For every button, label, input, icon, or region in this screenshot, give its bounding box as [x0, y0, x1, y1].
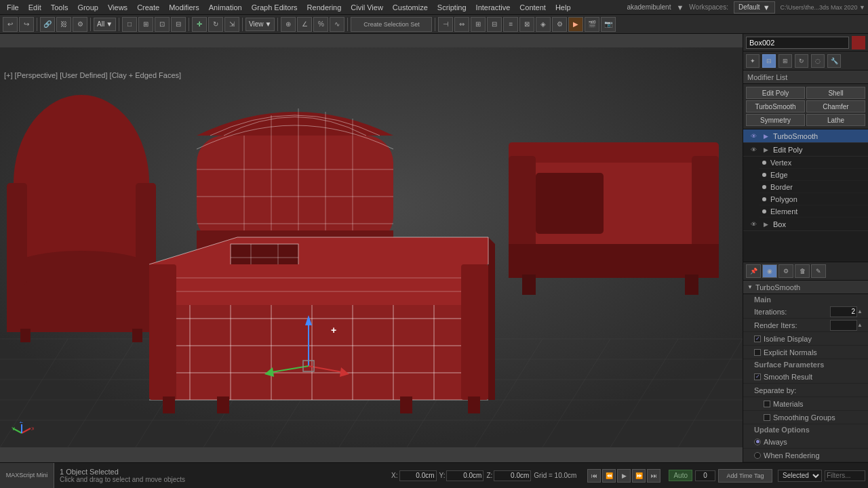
sub-border[interactable]: Border: [760, 181, 868, 193]
turbosmoothprop-header[interactable]: ▼ TurboSmooth: [743, 281, 868, 294]
highlight-btn[interactable]: ◉: [762, 264, 777, 278]
view-dropdown[interactable]: View ▼: [245, 18, 275, 31]
stack-item-box[interactable]: 👁 ▶ Box: [743, 218, 868, 231]
smooth-result-checkbox[interactable]: ✓: [754, 373, 761, 380]
shell-btn[interactable]: Shell: [806, 87, 865, 99]
modify-panel-btn[interactable]: ⊟: [762, 54, 776, 68]
align-btn[interactable]: ⊣: [438, 17, 453, 32]
when-rendering-radio-group[interactable]: When Rendering: [754, 451, 820, 460]
spinner-snap-btn[interactable]: ∿: [330, 17, 344, 32]
viewport[interactable]: [+] [Perspective] [User Defined] [Clay +…: [0, 34, 743, 462]
unlink-btn[interactable]: ⛓: [56, 17, 71, 32]
menu-edit[interactable]: Edit: [24, 2, 45, 13]
menu-customize[interactable]: Customize: [389, 2, 432, 13]
render-iters-spinner[interactable]: ▲: [857, 322, 863, 328]
turbosmooth-btn[interactable]: TurboSmooth: [746, 100, 805, 113]
sub-edge[interactable]: Edge: [760, 169, 868, 181]
isoline-checkbox[interactable]: ✓: [754, 336, 761, 342]
filter-dropdown[interactable]: All ▼: [94, 18, 116, 31]
scale-btn[interactable]: ⇲: [224, 17, 239, 32]
render-iters-input[interactable]: [830, 320, 857, 331]
lathe-btn[interactable]: Lathe: [806, 114, 865, 126]
materials-checkbox[interactable]: [764, 401, 770, 407]
menu-help[interactable]: Help: [551, 2, 575, 13]
always-radio[interactable]: [754, 439, 761, 445]
isoline-checkbox-group[interactable]: ✓ Isoline Display: [754, 335, 812, 343]
play-btn[interactable]: ▶: [617, 469, 631, 483]
menu-content[interactable]: Content: [515, 2, 550, 13]
snap-btn[interactable]: ⊕: [281, 17, 296, 32]
when-rendering-radio[interactable]: [754, 452, 761, 459]
stack-item-editpoly[interactable]: 👁 ▶ Edit Poly: [743, 143, 868, 157]
visibility-icon-box[interactable]: 👁: [749, 220, 758, 229]
menu-civil-view[interactable]: Civil View: [347, 2, 387, 13]
edit-poly-btn[interactable]: Edit Poly: [746, 87, 805, 99]
add-time-tag-btn[interactable]: Add Time Tag: [718, 469, 772, 483]
delete-mod-btn[interactable]: 🗑: [795, 264, 810, 278]
render-frame-btn[interactable]: 📷: [601, 17, 616, 32]
hierarchy-panel-btn[interactable]: ⊞: [778, 54, 792, 68]
menu-interactive[interactable]: Interactive: [472, 2, 515, 13]
filters-input[interactable]: [825, 470, 865, 481]
cfg-btn[interactable]: ⚙: [778, 264, 793, 278]
obj-name-input[interactable]: [746, 37, 849, 49]
menu-graph-editors[interactable]: Graph Editors: [248, 2, 302, 13]
y-input[interactable]: [446, 470, 484, 481]
smoothing-groups-checkbox[interactable]: [764, 414, 770, 421]
select-btn[interactable]: □: [122, 17, 137, 32]
visibility-icon[interactable]: 👁: [749, 131, 758, 141]
named-sel-btn[interactable]: Create Selection Set: [351, 17, 432, 32]
material-btn[interactable]: ◈: [536, 17, 551, 32]
undo-btn[interactable]: ↩: [3, 17, 18, 32]
iterations-spinner-up[interactable]: ▲: [857, 308, 863, 314]
go-end-btn[interactable]: ⏭: [647, 469, 660, 483]
explicit-normals-checkbox-group[interactable]: Explicit Normals: [754, 348, 817, 357]
percent-snap-btn[interactable]: %: [313, 17, 328, 32]
mirror-btn[interactable]: ⇔: [454, 17, 469, 32]
x-input[interactable]: [399, 470, 437, 481]
symmetry-btn[interactable]: Symmetry: [746, 114, 805, 126]
auto-key-btn[interactable]: Auto: [669, 470, 692, 481]
menu-group[interactable]: Group: [73, 2, 102, 13]
hierarchy-btn[interactable]: ⊟: [487, 17, 502, 32]
always-radio-group[interactable]: Always: [754, 438, 787, 446]
smooth-result-checkbox-group[interactable]: ✓ Smooth Result: [754, 373, 812, 381]
menu-modifiers[interactable]: Modifiers: [165, 2, 203, 13]
selected-dropdown[interactable]: Selected: [778, 470, 822, 482]
render-prod-btn[interactable]: 🎬: [585, 17, 599, 32]
render-setup-btn[interactable]: ⚙: [552, 17, 567, 32]
move-btn[interactable]: ✛: [192, 17, 207, 32]
menu-tools[interactable]: Tools: [47, 2, 73, 13]
layer-btn[interactable]: ≡: [503, 17, 518, 32]
display-panel-btn[interactable]: ◌: [811, 54, 825, 68]
workspace-dropdown[interactable]: Default ▼: [734, 1, 775, 14]
edit-mod-btn[interactable]: ✎: [811, 264, 826, 278]
region-btn[interactable]: ⊞: [138, 17, 153, 32]
menu-file[interactable]: File: [3, 2, 23, 13]
redo-btn[interactable]: ↪: [19, 17, 34, 32]
visibility-icon-ep[interactable]: 👁: [749, 145, 758, 155]
chamfer-btn[interactable]: Chamfer: [806, 100, 865, 113]
z-input[interactable]: [494, 470, 531, 481]
iterations-input[interactable]: [830, 306, 857, 317]
go-start-btn[interactable]: ⏮: [587, 469, 601, 483]
link-btn[interactable]: 🔗: [40, 17, 55, 32]
menu-views[interactable]: Views: [104, 2, 132, 13]
explicit-normals-checkbox[interactable]: [754, 349, 761, 356]
sub-element[interactable]: Element: [760, 205, 868, 218]
menu-scripting[interactable]: Scripting: [433, 2, 471, 13]
next-frame-btn[interactable]: ⏩: [632, 469, 646, 483]
angle-snap-btn[interactable]: ∠: [297, 17, 312, 32]
schematic-btn[interactable]: ⊠: [519, 17, 534, 32]
utility-panel-btn[interactable]: 🔧: [827, 54, 841, 68]
smoothing-groups-checkbox-group[interactable]: Smoothing Groups: [764, 413, 835, 422]
bind-btn[interactable]: ⚙: [73, 17, 87, 32]
menu-animation[interactable]: Animation: [205, 2, 246, 13]
prev-frame-btn[interactable]: ⏪: [602, 469, 616, 483]
window-btn[interactable]: ⊡: [155, 17, 170, 32]
sub-polygon[interactable]: Polygon: [760, 193, 868, 205]
menu-create[interactable]: Create: [133, 2, 163, 13]
array-btn[interactable]: ⊞: [471, 17, 486, 32]
create-panel-btn[interactable]: ✦: [746, 54, 760, 68]
user-dropdown-icon[interactable]: ▼: [676, 3, 684, 12]
